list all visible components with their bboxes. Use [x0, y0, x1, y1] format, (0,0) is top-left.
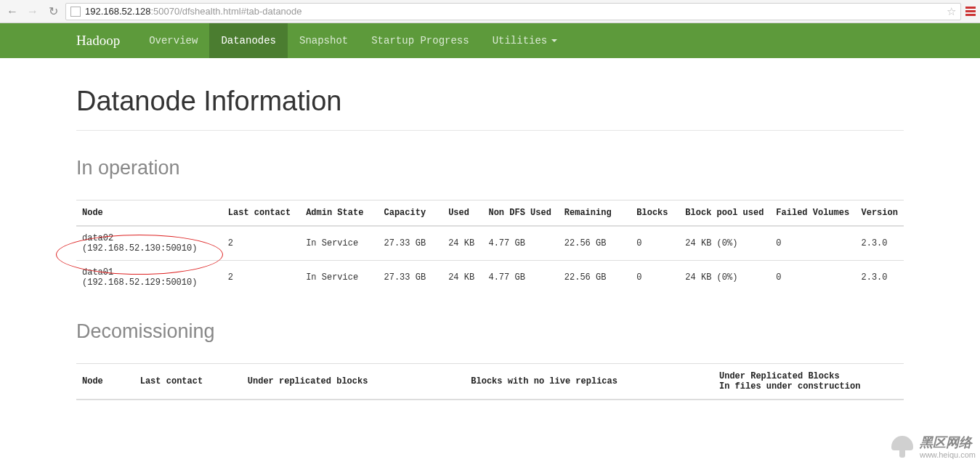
nav-item-overview[interactable]: Overview [137, 23, 209, 58]
table-header: Admin State [300, 200, 378, 227]
nav-item-utilities[interactable]: Utilities [481, 23, 570, 58]
nav-item-startup-progress[interactable]: Startup Progress [360, 23, 480, 58]
bookmark-star-icon[interactable]: ☆ [947, 5, 956, 18]
back-button[interactable]: ← [4, 4, 20, 20]
page-icon [70, 7, 81, 17]
table-cell: 24 KB [442, 261, 482, 295]
in-operation-table: NodeLast contactAdmin StateCapacityUsedN… [76, 200, 904, 294]
forward-button[interactable]: → [25, 4, 41, 20]
table-header: Block pool used [679, 200, 770, 227]
table-row: data02 (192.168.52.130:50010)2In Service… [76, 226, 904, 261]
section-decommissioning: Decomissioning [76, 294, 904, 350]
url-bar[interactable]: 192.168.52.128:50070/dfshealth.html#tab-… [65, 3, 961, 20]
table-header: Last contact [134, 364, 242, 400]
brand[interactable]: Hadoop [76, 33, 137, 49]
table-cell: 4.77 GB [482, 226, 558, 261]
table-cell: 27.33 GB [378, 226, 442, 261]
table-cell: 24 KB (0%) [679, 226, 770, 261]
table-header: Under replicated blocks [242, 364, 466, 400]
table-cell: 2.3.0 [856, 261, 904, 295]
table-cell: 24 KB (0%) [679, 261, 770, 295]
table-cell: 0 [770, 261, 855, 295]
table-cell: data02 (192.168.52.130:50010) [76, 226, 222, 261]
chrome-menu-icon[interactable] [965, 7, 976, 16]
table-cell: 0 [631, 261, 679, 295]
table-header: Blocks [631, 200, 679, 227]
navbar: Hadoop OverviewDatanodesSnapshotStartup … [0, 23, 980, 58]
table-cell: 24 KB [442, 226, 482, 261]
content: Datanode Information In operation NodeLa… [0, 58, 980, 400]
table-cell: In Service [300, 226, 378, 261]
table-cell: 27.33 GB [378, 261, 442, 295]
table-cell: 0 [631, 226, 679, 261]
table-header: Under Replicated Blocks In files under c… [713, 364, 904, 400]
table-header: Node [76, 364, 134, 400]
table-cell: 22.56 GB [559, 226, 631, 261]
table-header: Blocks with no live replicas [465, 364, 713, 400]
table-header: Node [76, 200, 222, 227]
decommissioning-table: NodeLast contactUnder replicated blocksB… [76, 363, 904, 400]
browser-chrome: ← → ↻ 192.168.52.128:50070/dfshealth.htm… [0, 0, 980, 23]
table-header: Version [856, 200, 904, 227]
table-cell: 2 [222, 226, 300, 261]
table-header: Last contact [222, 200, 300, 227]
table-cell: 2.3.0 [856, 226, 904, 261]
table-cell: 22.56 GB [559, 261, 631, 295]
table-header: Failed Volumes [770, 200, 855, 227]
nav-item-snapshot[interactable]: Snapshot [288, 23, 360, 58]
table-header: Used [442, 200, 482, 227]
page-title: Datanode Information [76, 58, 904, 131]
table-row: data01 (192.168.52.129:50010)2In Service… [76, 261, 904, 295]
table-cell: 4.77 GB [482, 261, 558, 295]
nav-item-datanodes[interactable]: Datanodes [209, 23, 288, 58]
table-cell: data01 (192.168.52.129:50010) [76, 261, 222, 295]
table-header: Capacity [378, 200, 442, 227]
chevron-down-icon [551, 39, 557, 42]
table-header: Non DFS Used [482, 200, 558, 227]
table-cell: 2 [222, 261, 300, 295]
table-cell: 0 [770, 226, 855, 261]
table-header: Remaining [559, 200, 631, 227]
table-cell: In Service [300, 261, 378, 295]
reload-button[interactable]: ↻ [45, 4, 61, 20]
section-in-operation: In operation [76, 131, 904, 187]
url-text: 192.168.52.128:50070/dfshealth.html#tab-… [85, 6, 302, 17]
